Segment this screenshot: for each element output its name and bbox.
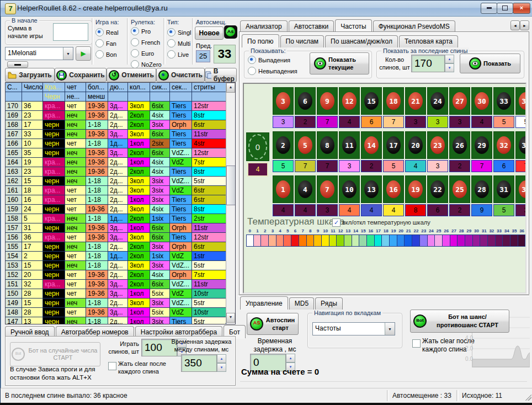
chance-bot-start-button[interactable]: Bot Бот на шанс/противошанс СТАРТ (410, 310, 509, 333)
start-sum-input[interactable] (53, 23, 88, 41)
tab-analyzer-Автоставки[interactable]: Автоставки (289, 20, 334, 33)
tabs-scroll-right-icon[interactable]: ► (520, 20, 529, 30)
resize-grip[interactable] (525, 394, 531, 401)
spin-up-icon[interactable]: ▲ (445, 55, 454, 63)
scale-color (359, 235, 367, 247)
table-row[interactable]: 16016кра...чет1-182д...1кол3sixTiers6str (6, 195, 226, 205)
table-row[interactable]: 15028чернчет19-363д...1кол5sixVdZ10str (6, 289, 226, 299)
tab-freq-По числам[interactable]: По числам (280, 35, 324, 47)
control-clear-checkbox[interactable] (412, 339, 421, 348)
radio-roulette-Euro[interactable]: Euro (131, 49, 162, 57)
show-current-button[interactable]: Показать текущие (310, 52, 369, 74)
table-row[interactable]: 17036кра...чет19-363д...3кол6sixTiers12s… (6, 102, 226, 111)
table-row[interactable]: 16118кра...чет1-182д...3кол3sixVdZ6str (6, 186, 226, 195)
table-row[interactable]: 16923кра...неч19-362д...2кол4sixTiers8st… (6, 111, 226, 120)
table-row[interactable]: 14828чернчет19-363д...1кол5sixVdZ10str (6, 308, 226, 317)
radio-roulette-NoZero[interactable]: NoZero (131, 60, 162, 68)
table-scrollbar[interactable]: ▲ ▼ (226, 83, 235, 323)
new-autoshift-button[interactable]: Новое (195, 26, 224, 40)
spin-delay-value[interactable]: 350 (181, 354, 217, 372)
tab-freq-По полю[interactable]: По полю (242, 34, 279, 47)
clear-after-spin-checkbox[interactable] (108, 362, 116, 370)
board-count-cell: 7 (471, 160, 492, 172)
street-cell: 5str (192, 261, 226, 270)
radio-type-Live[interactable]: Live (167, 50, 191, 58)
table-row[interactable]: 15315черннеч1-182д...3кол3sixVdZ...5str (6, 261, 226, 270)
spins-qty-stepper[interactable]: 170 ▲▼ (411, 55, 454, 72)
table-row[interactable]: 1542чернчет1-181д...2кол1sixVdZ1str (6, 252, 226, 261)
spins-qty-value[interactable]: 170 (411, 55, 445, 72)
radio-icon (95, 39, 104, 47)
tab-control-Ряды[interactable]: Ряды (315, 297, 343, 310)
chevron-down-icon[interactable]: ▼ (63, 47, 73, 60)
board-number-cell: 2 (273, 131, 294, 159)
table-row[interactable]: 15731черннеч19-363д...1кол6sixOrph11str (6, 223, 226, 233)
tab-analyzer-Частоты[interactable]: Частоты (335, 19, 372, 33)
temp-scale-checkbox[interactable]: ✓ (332, 219, 341, 227)
radio-game-on-Bon[interactable]: Bon (95, 50, 119, 58)
sector-cell: VdZ... (170, 261, 192, 270)
table-row[interactable]: 15924чернчет19-362д...3кол4sixTiers8str (6, 205, 226, 214)
clear-button[interactable]: Очистить (156, 68, 205, 82)
radio-roulette-French[interactable]: French (131, 38, 162, 46)
table-row[interactable]: 16419кра...неч19-362д...1кол4sixVdZ7str (6, 158, 226, 167)
copy-to-clipboard-button[interactable]: В буфер (205, 68, 237, 82)
scale-step: 33 (496, 228, 503, 247)
radio-show-Невыпадения[interactable]: Невыпадения (248, 67, 297, 75)
table-row[interactable]: 15132кра...чет19-363д...2кол6sixVdZ...11… (6, 280, 226, 289)
close-button[interactable]: × (513, 3, 530, 14)
table-row[interactable]: 15636кра...чет19-363д...3кол6sixTiers12s… (6, 233, 226, 242)
minimize-button[interactable] (481, 3, 497, 14)
tab-freq-По шансам/дюж/кол[interactable]: По шансам/дюж/кол (325, 35, 398, 47)
as-badge-frame[interactable]: As (224, 25, 237, 39)
load-button[interactable]: Загрузить (5, 68, 55, 82)
tab-analyzer-Функционал PsevdoMS[interactable]: Функционал PsevdoMS (373, 20, 455, 33)
table-row[interactable]: 14713черннеч1-182д...1кол3sixTiers5str (6, 317, 226, 324)
autospin-start-button[interactable]: AS Автоспин старт (247, 313, 299, 335)
radio-show-Выпадения[interactable]: Выпадения (248, 56, 297, 64)
scale-color (284, 235, 291, 247)
radio-type-Singl[interactable]: Singl (167, 28, 191, 36)
spin-down-icon[interactable]: ▼ (445, 63, 454, 72)
show-button[interactable]: Показать (460, 54, 520, 73)
preset-select[interactable]: 1Melonati ▼ (5, 47, 73, 60)
table-row[interactable]: 16215черннеч1-182д...3кол3sixVdZ...5str (6, 177, 226, 186)
random-bot-button[interactable]: Bot Бот на случайные числа СТАРТ (10, 342, 100, 366)
parity-cell: неч (65, 242, 86, 252)
table-row[interactable]: 16535черннеч19-363д...2кол6sixVdZ...12st… (6, 148, 226, 158)
tab-analyzer-Анализатор[interactable]: Анализатор (240, 20, 288, 33)
undo-icon: ↺ (109, 70, 119, 81)
column-header: дю... (108, 83, 128, 92)
spin-up-icon[interactable]: ▲ (217, 354, 226, 363)
table-row[interactable]: 16733черннеч19-363д...3кол6sixTiers11str (6, 130, 226, 139)
radio-game-on-Fan[interactable]: Fan (95, 39, 119, 47)
scale-step: 8 (307, 228, 315, 247)
spin-down-icon[interactable]: ▼ (217, 363, 226, 372)
spin-up-icon[interactable]: ▲ (286, 354, 295, 363)
collapse-button[interactable] (7, 61, 28, 68)
radio-game-on-Real[interactable]: Real (95, 28, 119, 36)
save-button[interactable]: Сохранить (55, 68, 107, 82)
play-button[interactable]: ▶ (76, 46, 91, 61)
table-row[interactable]: 16610чернчет1-181д...1кол2sixTiers4str (6, 139, 226, 148)
tab-freq-Тепловая карта[interactable]: Тепловая карта (399, 35, 458, 47)
table-row[interactable]: 14915черннеч1-182д...3кол3sixVdZ...5str (6, 299, 226, 308)
chevron-down-icon[interactable]: ▼ (385, 323, 395, 335)
radio-roulette-Pro[interactable]: Pro (131, 27, 162, 35)
scroll-thumb[interactable] (226, 166, 236, 205)
tab-control-MD5[interactable]: MD5 (289, 297, 314, 310)
table-row[interactable]: 15517черннеч1-182д...2кол3sixOrph6str (6, 242, 226, 252)
tab-control-Управление[interactable]: Управление (240, 296, 288, 310)
nav-select[interactable]: Частоты ▼ (312, 322, 395, 335)
table-row[interactable]: 1585кра...неч1-181д...2кол1sixTiers2str (6, 214, 226, 223)
tabs-scroll-left-icon[interactable]: ◄ (510, 20, 520, 30)
undo-button[interactable]: ↺ Отменить (107, 68, 156, 82)
table-row[interactable]: 16323кра...неч19-362д...2кол4sixTiers8st… (6, 167, 226, 177)
radio-type-Multi[interactable]: Multi (167, 39, 191, 47)
scroll-up-icon[interactable]: ▲ (226, 83, 235, 93)
table-row[interactable]: 16817черннеч1-182д...2кол3sixOrph6str (6, 120, 226, 130)
spin-delay-stepper[interactable]: 350 ▲▼ (181, 354, 226, 372)
table-row[interactable]: 15220чернчет19-362д...2кол4sixOrph7str (6, 270, 226, 280)
scroll-down-icon[interactable]: ▼ (226, 313, 235, 323)
maximize-button[interactable] (497, 3, 513, 14)
